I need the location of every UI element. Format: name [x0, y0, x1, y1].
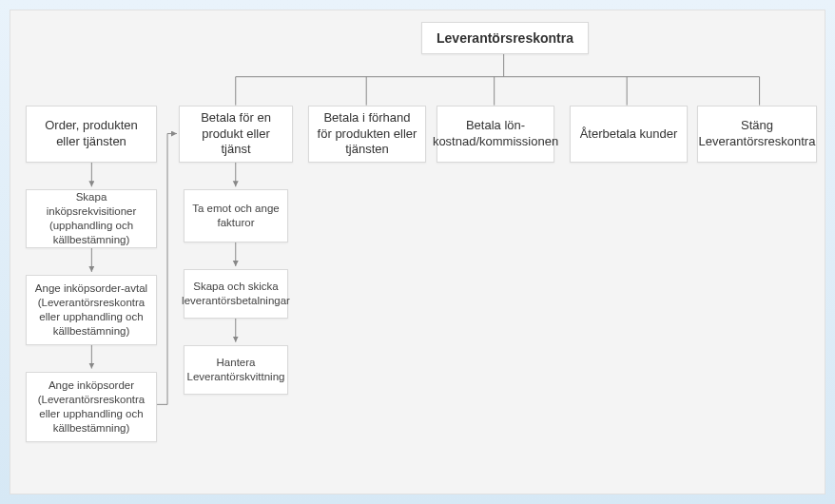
branch-2-head-label: Betala lön-kostnad/kommissionen	[433, 118, 558, 150]
branch-0-step-3-label: Hantera Leverantörskvittning	[187, 356, 285, 384]
left-col-step-2-label: Ange inköpsorder-avtal (Leverantörsresko…	[34, 281, 148, 339]
branch-3-head-label: Återbetala kunder	[580, 126, 678, 143]
left-col-step-1: Skapa inköpsrekvisitioner (upphandling o…	[26, 189, 157, 248]
branch-4-head-label: Stäng Leverantörsreskontra	[699, 118, 816, 150]
left-col-head: Order, produkten eller tjänsten	[26, 106, 157, 163]
branch-0-step-3: Hantera Leverantörskvittning	[184, 345, 288, 395]
root-label: Leverantörsreskontra	[437, 29, 573, 47]
branch-3-head: Återbetala kunder	[570, 106, 688, 163]
branch-0-step-1: Ta emot och ange fakturor	[184, 189, 288, 242]
branch-2-head: Betala lön-kostnad/kommissionen	[437, 106, 554, 163]
branch-1-head-label: Betala i förhand för produkten eller tjä…	[317, 110, 418, 159]
branch-0-head-label: Betala för en produkt eller tjänst	[187, 110, 284, 159]
diagram-area: Leverantörsreskontra Order, produkten el…	[10, 10, 825, 494]
branch-0-step-2-label: Skapa och skicka leverantörsbetalningar	[182, 280, 290, 308]
branch-0-step-1-label: Ta emot och ange fakturor	[192, 202, 280, 230]
branch-4-head: Stäng Leverantörsreskontra	[697, 106, 817, 163]
branch-0-step-2: Skapa och skicka leverantörsbetalningar	[184, 269, 288, 319]
left-col-step-2: Ange inköpsorder-avtal (Leverantörsresko…	[26, 275, 157, 345]
left-col-head-label: Order, produkten eller tjänsten	[34, 118, 148, 150]
branch-0-head: Betala för en produkt eller tjänst	[179, 106, 293, 163]
root-node: Leverantörsreskontra	[421, 22, 589, 54]
left-col-step-3-label: Ange inköpsorder (Leverantörsreskontra e…	[34, 378, 148, 436]
diagram-canvas: Leverantörsreskontra Order, produkten el…	[0, 0, 835, 504]
left-col-step-3: Ange inköpsorder (Leverantörsreskontra e…	[26, 372, 157, 442]
branch-1-head: Betala i förhand för produkten eller tjä…	[308, 106, 426, 163]
left-col-step-1-label: Skapa inköpsrekvisitioner (upphandling o…	[34, 190, 148, 247]
